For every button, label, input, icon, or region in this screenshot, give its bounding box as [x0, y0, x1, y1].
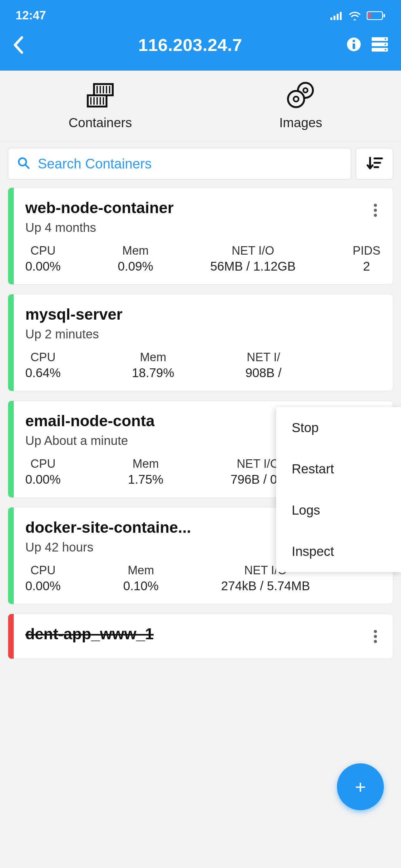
cpu-label: CPU — [25, 457, 61, 470]
container-name: email-node-conta — [25, 412, 155, 430]
tab-images[interactable]: Images — [201, 71, 401, 141]
sort-button[interactable] — [356, 148, 393, 180]
svg-rect-2 — [337, 14, 338, 20]
cpu-value: 0.00% — [25, 259, 61, 273]
tabs: Containers Images — [0, 71, 401, 142]
add-fab[interactable]: + — [337, 763, 384, 810]
status-indicator — [8, 507, 14, 604]
cpu-label: CPU — [25, 564, 61, 577]
pids-value: 2 — [353, 259, 380, 273]
svg-point-29 — [303, 88, 308, 92]
sort-icon — [366, 155, 383, 172]
cpu-value: 0.64% — [25, 366, 61, 380]
container-name: mysql-server — [25, 305, 123, 323]
search-row — [0, 142, 401, 186]
svg-point-13 — [385, 38, 386, 40]
svg-line-33 — [26, 165, 29, 168]
containers-icon — [0, 82, 201, 110]
svg-point-37 — [374, 204, 377, 207]
mem-label: Mem — [123, 564, 158, 577]
mem-value: 0.09% — [118, 259, 153, 273]
svg-point-15 — [385, 49, 386, 50]
more-button[interactable] — [370, 199, 380, 223]
tab-containers[interactable]: Containers — [0, 71, 201, 141]
netio-label: NET I/ — [245, 350, 282, 364]
svg-rect-0 — [330, 18, 332, 20]
svg-rect-3 — [340, 12, 342, 20]
page-title: 116.203.24.7 — [34, 35, 346, 55]
back-button[interactable] — [12, 36, 34, 54]
stats-row: CPU0.64% Mem18.79% NET I/908B / PIDS0 — [25, 350, 380, 380]
netio-label: NET I/O — [210, 244, 295, 257]
info-icon[interactable] — [346, 36, 362, 54]
nav-bar: 116.203.24.7 — [0, 25, 401, 71]
tab-containers-label: Containers — [0, 115, 201, 130]
mem-label: Mem — [128, 457, 163, 470]
context-menu: Stop Restart Logs Inspect — [276, 407, 401, 572]
plus-icon: + — [355, 776, 366, 798]
svg-point-44 — [374, 635, 377, 638]
netio-value: 908B / — [245, 366, 282, 380]
container-status: Up 2 minutes — [25, 327, 123, 341]
search-box[interactable] — [8, 148, 351, 180]
svg-point-45 — [374, 640, 377, 643]
pids-label: PIDS — [353, 244, 380, 257]
container-name: web-node-container — [25, 199, 174, 217]
menu-item-inspect[interactable]: Inspect — [276, 531, 401, 572]
container-card[interactable]: mysql-server Up 2 minutes CPU0.64% Mem18… — [8, 294, 393, 391]
stats-row: CPU0.00% Mem0.09% NET I/O56MB / 1.12GB P… — [25, 244, 380, 273]
status-indicator — [8, 188, 14, 284]
container-card[interactable]: dent-app_www_1 — [8, 614, 393, 659]
container-name: dent-app_www_1 — [25, 625, 154, 643]
container-status: Up 42 hours — [25, 540, 191, 554]
status-indicator — [8, 294, 14, 391]
svg-rect-1 — [334, 16, 335, 20]
svg-point-39 — [374, 214, 377, 217]
images-icon — [201, 82, 401, 110]
status-indicator — [8, 614, 14, 659]
cpu-value: 0.00% — [25, 579, 61, 593]
svg-point-43 — [374, 630, 377, 633]
svg-rect-6 — [383, 14, 385, 17]
container-status: Up 4 months — [25, 221, 174, 235]
more-button[interactable] — [370, 625, 380, 649]
svg-point-8 — [353, 40, 355, 42]
menu-item-stop[interactable]: Stop — [276, 407, 401, 448]
server-icon[interactable] — [371, 36, 389, 54]
menu-item-logs[interactable]: Logs — [276, 490, 401, 531]
container-card[interactable]: web-node-container Up 4 months CPU0.00% … — [8, 187, 393, 285]
status-indicator — [8, 401, 14, 497]
status-time: 12:47 — [15, 9, 46, 22]
svg-point-38 — [374, 209, 377, 212]
search-input[interactable] — [38, 156, 341, 172]
status-bar: 12:47 — [0, 0, 401, 25]
svg-rect-9 — [353, 43, 355, 49]
app-header: 12:47 116.203.24.7 — [0, 0, 401, 71]
cpu-label: CPU — [25, 350, 61, 364]
battery-icon — [367, 11, 386, 20]
mem-value: 1.75% — [128, 472, 163, 487]
svg-point-14 — [385, 43, 386, 45]
svg-point-30 — [288, 91, 304, 107]
menu-item-restart[interactable]: Restart — [276, 448, 401, 490]
wifi-icon — [348, 11, 361, 20]
mem-label: Mem — [132, 350, 174, 364]
netio-value: 56MB / 1.12GB — [210, 259, 295, 273]
netio-value: 274kB / 5.74MB — [221, 579, 310, 593]
cpu-value: 0.00% — [25, 472, 61, 487]
status-indicators — [330, 11, 386, 20]
tab-images-label: Images — [201, 115, 401, 130]
container-status: Up About a minute — [25, 434, 155, 448]
mem-value: 0.10% — [123, 579, 158, 593]
search-icon — [18, 157, 30, 170]
cpu-label: CPU — [25, 244, 61, 257]
svg-rect-5 — [368, 13, 371, 18]
nav-actions — [346, 36, 389, 54]
mem-label: Mem — [118, 244, 153, 257]
mem-value: 18.79% — [132, 366, 174, 380]
cellular-icon — [330, 11, 343, 20]
container-name: docker-site-containe... — [25, 518, 191, 536]
